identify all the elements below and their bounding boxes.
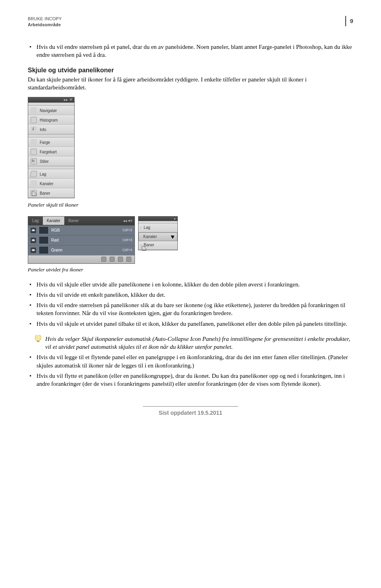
layers-icon [30,171,37,177]
panel-item-channels[interactable]: Kanaler [28,179,74,188]
figure-caption: Paneler skjult til ikoner [28,201,353,209]
save-selection-icon[interactable] [110,257,115,262]
channel-label: Rød [51,238,119,243]
panel-item-label: Navigatør [40,108,57,114]
delete-channel-icon[interactable] [126,257,131,262]
panel-menu-icon[interactable]: ▾≡ [128,218,133,224]
tab-layers[interactable]: Lag [28,217,43,225]
styles-icon [31,158,37,164]
intro-bullet-list: Hvis du vil endre størrelsen på et panel… [28,43,353,59]
collapse-chevron-icon[interactable]: ▸ [174,217,176,221]
visibility-eye-icon[interactable] [31,248,36,253]
panel-item-styles[interactable]: Stiler [28,157,74,166]
channel-thumbnail [39,237,48,244]
dock-drag-handle[interactable] [28,166,74,169]
swatches-icon [31,149,37,155]
panel-item-swatches[interactable]: Fargekart [28,147,74,157]
panel-item-layers[interactable]: Lag [28,169,74,179]
tip-text: Hvis du velger Skjul ikonpaneler automat… [45,335,353,351]
panel-item-label: Lag [40,172,46,177]
header-product: BRUKE INCOPY [28,16,62,22]
list-item: Hvis du vil utvide ett enkelt panelikon,… [36,291,353,299]
navigator-icon [31,107,37,114]
visibility-eye-icon[interactable] [31,238,36,243]
instruction-list: Hvis du vil legge til et flytende panel … [28,353,353,388]
dock-drag-handle[interactable] [28,103,74,106]
panel-item-label: Kanaler [40,181,53,187]
list-item: Hvis du vil endre størrelsen på paneliko… [36,301,353,317]
new-channel-icon[interactable] [118,257,123,262]
channel-shortcut: Ctrl+2 [123,228,132,232]
header-section: Arbeidsområde [28,22,62,28]
panel-expanded-figure: Lag Kanaler Baner ◂◂ ▾≡ RGB Ctrl+2 Rød C… [28,216,353,264]
panel-item-label: Baner [40,191,50,196]
panel-item-label: Farge [40,140,50,145]
header-breadcrumb: BRUKE INCOPY Arbeidsområde [28,16,62,28]
collapse-chevron-icon[interactable]: ◂◂ [123,218,127,224]
panel-item-color[interactable]: Farge [28,137,74,147]
panel-item-layers[interactable]: Lag [139,224,177,232]
channels-panel: Lag Kanaler Baner ◂◂ ▾≡ RGB Ctrl+2 Rød C… [28,216,135,264]
panel-item-label: Histogram [40,118,58,123]
paths-icon [140,245,141,246]
panel-item-paths[interactable]: Baner [139,241,177,250]
color-icon [31,139,37,145]
section-heading: Skjule og utvide panelikoner [28,66,353,75]
page-number: 9 [345,16,353,26]
page-footer: Sist oppdatert 19.5.2011 [143,406,238,417]
list-item: Hvis du vil legge til et flytende panel … [36,353,353,369]
list-item: Hvis du vil skjule et utvidet panel tilb… [36,320,353,328]
panel-item-label: Kanaler [143,234,157,240]
tab-paths[interactable]: Baner [64,217,83,225]
dock-drag-handle[interactable] [28,134,74,137]
channel-row[interactable]: RGB Ctrl+2 [28,225,135,235]
instruction-list: Hvis du vil skjule eller utvide alle pan… [28,280,353,328]
dock-title-bar[interactable]: ▸ [139,217,177,221]
panel-footer [28,255,135,263]
channel-row[interactable]: Rød Ctrl+3 [28,235,135,245]
list-item: Hvis du vil endre størrelsen på et panel… [36,43,353,59]
close-icon[interactable]: ✕ [69,98,73,102]
panel-item-label: Info [40,127,46,133]
panel-item-channels[interactable]: Kanaler [139,232,177,241]
panel-item-label: Stiler [40,159,49,164]
list-item: Hvis du vil skjule eller utvide alle pan… [36,280,353,288]
lightbulb-icon [35,335,41,343]
panel-dock-collapsed: ▸▸ ✕ Navigatør Histogram Info Farge Farg… [28,97,75,198]
collapse-chevron-icon[interactable]: ▸▸ [64,98,68,102]
figure-caption: Paneler utvidet fra ikoner [28,266,353,273]
dock-title-bar[interactable]: ▸▸ ✕ [28,97,74,103]
channel-thumbnail [39,247,48,253]
channels-icon [31,180,37,187]
layers-icon [140,227,141,228]
tip-callout: Hvis du velger Skjul ikonpaneler automat… [35,335,353,351]
panel-item-navigator[interactable]: Navigatør [28,106,74,115]
channel-shortcut: Ctrl+3 [123,238,132,242]
panel-tab-bar: Lag Kanaler Baner ◂◂ ▾≡ [28,217,135,225]
tab-channels[interactable]: Kanaler [43,217,64,225]
panel-item-label: Lag [144,225,150,230]
channel-row[interactable]: Grønn Ctrl+4 [28,245,135,255]
histogram-icon [31,117,37,123]
panel-item-histogram[interactable]: Histogram [28,115,74,125]
page-header: BRUKE INCOPY Arbeidsområde 9 [28,16,353,28]
paths-icon [31,190,37,196]
info-icon [31,126,37,133]
channel-label: RGB [51,228,119,233]
load-selection-icon[interactable] [101,257,106,262]
section-body: Du kan skjule paneler til ikoner for å f… [28,75,353,92]
list-item: Hvis du vil flytte et panelikon (eller e… [36,372,353,388]
dock-drag-handle[interactable] [139,221,177,224]
panel-item-label: Fargekart [40,149,57,155]
channel-thumbnail [39,227,48,234]
panel-item-info[interactable]: Info [28,125,74,134]
channel-label: Grønn [51,248,119,253]
panel-dock-mini: ▸ Lag Kanaler Baner [138,216,178,250]
panel-item-paths[interactable]: Baner [28,188,74,198]
visibility-eye-icon[interactable] [31,228,36,233]
channel-shortcut: Ctrl+4 [123,248,132,252]
